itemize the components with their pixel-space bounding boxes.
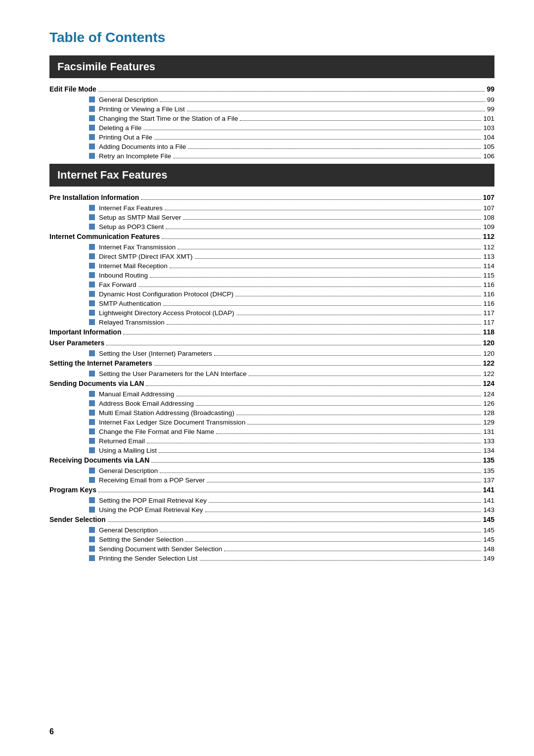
page-title: Table of Contents [49,30,494,46]
sub-entry-page: 99 [487,96,494,103]
sub-entry-page: 126 [483,400,494,407]
sub-entry-page: 137 [483,476,494,484]
sub-entry-page: 128 [483,409,494,417]
toc-main-entry-edit-file-mode: Edit File Mode99 [49,85,494,93]
sub-entry-page: 120 [483,350,494,357]
sub-entry-page: 149 [483,555,494,562]
sub-entry-page: 145 [483,526,494,534]
sub-entry-label: Manual Email Addressing [99,390,174,398]
sub-entry-dots [200,560,482,561]
sub-entry-label: General Description [99,526,158,534]
entry-page: 122 [483,359,494,367]
toc-sub-entry: Lightweight Directory Access Protocol (L… [49,309,494,317]
sub-entry-dots [159,452,481,453]
entry-label: Pre Installation Information [49,193,139,201]
entry-label: Program Keys [49,486,96,494]
toc-sub-entry: Returned Email133 [49,437,494,445]
sub-entry-page: 99 [487,105,494,113]
sub-entry-dots [240,120,481,121]
entry-page: 112 [483,233,494,240]
entry-dots [154,365,481,366]
entry-page: 118 [483,328,494,336]
sub-entry-dots [138,286,482,287]
sub-entry-page: 108 [483,214,494,221]
entry-label: Receiving Documents via LAN [49,456,149,464]
sub-entry-page: 145 [483,536,494,543]
sub-entry-dots [214,355,482,356]
entry-page: 107 [483,193,494,201]
bullet-icon [89,310,95,316]
toc-sub-entry: Internet Fax Features107 [49,204,494,212]
sub-entry-label: Inbound Routing [99,272,148,279]
toc-sub-entry: Changing the Start Time or the Station o… [49,115,494,122]
bullet-icon [89,391,95,397]
sub-entry-dots [209,502,481,503]
sub-entry-dots [173,158,481,158]
sub-entry-page: 148 [483,545,494,553]
entry-dots [106,345,481,345]
bullet-icon [89,400,95,406]
entry-label: Important Information [49,328,121,336]
toc-main-entry-sender-selection: Sender Selection145 [49,516,494,523]
bullet-icon [89,224,95,230]
sub-entry-label: Printing or Viewing a File List [99,105,185,113]
sub-entry-dots [160,472,481,473]
sub-entry-label: Setting the User (Internet) Parameters [99,350,212,357]
toc-sub-entry: Relayed Transmission117 [49,319,494,326]
sub-entry-label: Lightweight Directory Access Protocol (L… [99,309,234,317]
sub-entry-label: Deleting a File [99,124,141,132]
sub-entry-page: 143 [483,506,494,514]
entry-label: Setting the Internet Parameters [49,359,152,367]
sub-entry-page: 115 [483,272,494,279]
sub-entry-page: 113 [483,253,494,260]
sub-entry-page: 129 [483,419,494,426]
entry-page: 124 [483,379,494,387]
entry-dots [108,521,481,522]
toc-main-entry-important-information: Important Information118 [49,328,494,336]
entry-page: 99 [487,85,494,93]
entry-dots [123,334,481,334]
bullet-icon [89,447,95,453]
sub-entry-label: Using the POP Email Retrieval Key [99,506,203,514]
section-header-internet-fax-features: Internet Fax Features [49,164,494,187]
bullet-icon [89,410,95,416]
sub-entry-label: Adding Documents into a File [99,143,186,150]
bullet-icon [89,143,95,149]
sub-entry-label: Retry an Incomplete File [99,152,171,160]
sub-entry-label: Relayed Transmission [99,319,165,326]
entry-page: 135 [483,456,494,464]
sub-entry-dots [187,111,485,111]
sub-entry-label: Fax Forward [99,281,136,288]
bullet-icon [89,536,95,542]
sub-entry-label: Internet Fax Features [99,204,163,212]
sub-entry-page: 122 [483,370,494,378]
bullet-icon [89,527,95,533]
sub-entry-dots [236,415,482,415]
toc-sub-entry: Retry an Incomplete File106 [49,152,494,160]
sub-entry-page: 124 [483,390,494,398]
sub-entry-dots [183,219,481,220]
bullet-icon [89,428,95,434]
sub-entry-page: 135 [483,467,494,474]
entry-label: Sending Documents via LAN [49,379,144,387]
sub-entry-page: 116 [483,300,494,307]
sub-entry-page: 103 [483,124,494,132]
sub-entry-page: 134 [483,447,494,454]
bullet-icon [89,115,95,121]
bullet-icon [89,153,95,159]
entry-label: Internet Communication Features [49,233,160,240]
sub-entry-dots [147,443,481,443]
toc-sub-entry: Internet Fax Ledger Size Document Transm… [49,419,494,426]
toc-sub-entry: Internet Mail Reception114 [49,262,494,270]
sub-entry-label: Internet Fax Transmission [99,243,176,251]
toc-sub-entry: Direct SMTP (Direct IFAX XMT)113 [49,253,494,260]
toc-sub-entry: Fax Forward116 [49,281,494,288]
toc-main-entry-pre-installation-information: Pre Installation Information107 [49,193,494,201]
toc-sub-entry: Internet Fax Transmission112 [49,243,494,251]
sub-entry-dots [170,268,482,268]
entry-dots [98,492,481,492]
sub-entry-dots [205,512,482,512]
sub-entry-dots [236,315,482,315]
toc-sub-entry: General Description135 [49,467,494,474]
sub-entry-dots [224,551,481,551]
